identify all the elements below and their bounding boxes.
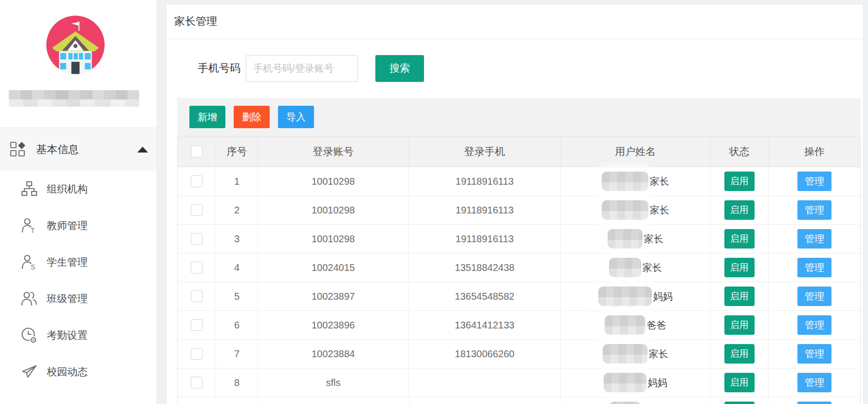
cell-index: 1: [216, 167, 258, 195]
status-badge: 启用: [724, 258, 755, 277]
school-name-blurred: [9, 90, 139, 107]
cell-action: 管理: [769, 368, 860, 397]
phone-search-input[interactable]: [246, 55, 358, 82]
page-title: 家长管理: [166, 4, 863, 39]
name-suffix: 家长: [650, 175, 669, 188]
cell-phone: 13518842438: [409, 253, 561, 282]
row-checkbox[interactable]: [191, 233, 203, 245]
cell-account: gdszba_asx: [258, 397, 409, 404]
manage-button[interactable]: 管理: [797, 402, 831, 404]
search-button[interactable]: 搜索: [375, 55, 424, 82]
cell-name: 爸爸: [561, 311, 710, 339]
name-blurred: [602, 172, 648, 191]
status-badge: 启用: [724, 315, 755, 335]
cell-checkbox: [178, 397, 216, 404]
cell-status: 启用: [710, 340, 769, 368]
cell-index: 3: [216, 225, 258, 253]
name-suffix: 家长: [644, 232, 664, 246]
cell-status: 启用: [710, 282, 769, 310]
select-all-checkbox[interactable]: [191, 146, 203, 157]
cell-phone: 19118916113: [409, 167, 561, 195]
phone-label: 手机号码: [198, 61, 240, 76]
manage-button[interactable]: 管理: [797, 287, 831, 306]
status-badge: 启用: [724, 344, 755, 364]
cell-action: 管理: [769, 282, 860, 310]
sidebar-menu: 组织机构 T 教师管理 S 学生管理: [0, 171, 157, 390]
cell-phone: [409, 368, 561, 397]
cell-index: 9: [216, 397, 258, 404]
manage-button[interactable]: 管理: [797, 344, 831, 364]
cell-name: 家长: [561, 340, 710, 368]
cell-phone: 13641412133: [409, 311, 561, 339]
header-account: 登录账号: [258, 136, 409, 167]
table-body: 11001029819118916113家长启用管理21001029819118…: [178, 167, 860, 404]
school-logo: [46, 16, 105, 74]
grid-diamond-icon: [10, 141, 26, 158]
cell-checkbox: [178, 311, 216, 339]
cell-account: 10010298: [258, 196, 409, 224]
add-button[interactable]: 新增: [189, 106, 225, 128]
row-checkbox[interactable]: [191, 262, 203, 273]
table-panel: 新增 删除 导入 序号 登录账号 登录手机 用户姓名 状态 操作 1100102…: [177, 98, 861, 404]
status-badge: 启用: [724, 200, 755, 220]
name-blurred: [605, 315, 646, 335]
cell-account: 10010298: [258, 167, 409, 195]
manage-button[interactable]: 管理: [797, 229, 831, 249]
cell-checkbox: [178, 340, 216, 368]
manage-button[interactable]: 管理: [797, 315, 831, 335]
cell-account: 10010298: [258, 225, 409, 253]
table-row: 31001029819118916113家长启用管理: [178, 225, 860, 253]
cell-checkbox: [178, 167, 216, 195]
cell-name: 家长: [561, 196, 710, 224]
cell-index: 4: [216, 253, 258, 282]
status-badge: 启用: [724, 287, 755, 306]
sidebar-section-basic-info[interactable]: 基本信息: [0, 128, 157, 171]
manage-button[interactable]: 管理: [797, 200, 831, 220]
cell-index: 8: [216, 368, 258, 397]
row-checkbox[interactable]: [191, 204, 203, 216]
header-status: 状态: [710, 136, 769, 167]
cell-name: 妈妈: [561, 282, 710, 310]
cell-phone: 13654548582: [409, 282, 561, 310]
student-person-icon: S: [21, 254, 37, 270]
cell-account: 10024015: [258, 253, 409, 282]
row-checkbox[interactable]: [191, 319, 203, 331]
main-content-card: 家长管理 手机号码 搜索 新增 删除 导入 序号 登录账号 登录手机 用户姓名 …: [166, 4, 864, 404]
cell-action: 管理: [769, 397, 860, 404]
header-index: 序号: [216, 136, 258, 167]
manage-button[interactable]: 管理: [797, 373, 831, 392]
cell-action: 管理: [769, 340, 860, 368]
svg-text:S: S: [31, 263, 35, 270]
sidebar-item-classes[interactable]: 班级管理: [0, 280, 157, 317]
table-row: 51002389713654548582妈妈启用管理: [178, 282, 860, 311]
name-blurred: [598, 287, 652, 306]
svg-text:T: T: [31, 227, 35, 234]
collapse-arrow-icon[interactable]: [137, 147, 148, 153]
teacher-person-icon: T: [21, 217, 37, 234]
cell-index: 7: [216, 340, 258, 368]
table-row: 41002401513518842438家长启用管理: [178, 253, 860, 282]
manage-button[interactable]: 管理: [797, 172, 831, 191]
sitemap-icon: [21, 181, 37, 197]
row-checkbox[interactable]: [191, 348, 203, 360]
cell-action: 管理: [769, 311, 860, 339]
row-checkbox[interactable]: [191, 175, 203, 187]
sidebar-item-campus-news[interactable]: 校园动态: [0, 353, 157, 390]
header-action: 操作: [769, 136, 860, 167]
row-checkbox[interactable]: [191, 377, 203, 388]
toolbar: 新增 删除 导入: [177, 98, 861, 136]
delete-button[interactable]: 删除: [234, 106, 270, 128]
sidebar-item-attendance[interactable]: 考勤设置: [0, 317, 157, 353]
sidebar-item-teachers[interactable]: T 教师管理: [0, 207, 157, 244]
cell-status: 启用: [710, 167, 769, 195]
manage-button[interactable]: 管理: [797, 258, 831, 277]
sidebar-item-students[interactable]: S 学生管理: [0, 244, 157, 280]
table-row: 71002388418130066260家长启用管理: [178, 340, 860, 368]
name-blurred: [602, 200, 648, 220]
sidebar-item-organization[interactable]: 组织机构: [0, 171, 157, 207]
row-checkbox[interactable]: [191, 290, 203, 302]
sidebar: 基本信息 组织机构 T 教师管理: [0, 0, 157, 404]
header-name: 用户姓名: [561, 136, 710, 167]
import-button[interactable]: 导入: [278, 106, 314, 128]
cell-action: 管理: [769, 225, 860, 253]
